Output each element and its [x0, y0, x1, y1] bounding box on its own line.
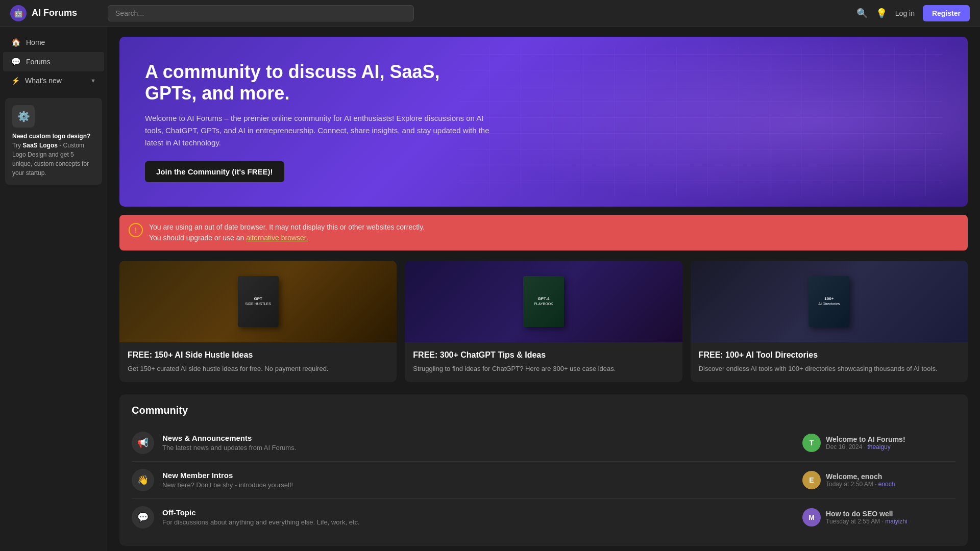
promo-card-1-title: FREE: 150+ AI Side Hustle Ideas [128, 350, 388, 360]
forum-latest-1: E Welcome, enoch Today at 2:50 AM · enoc… [802, 471, 955, 489]
alternative-browser-link[interactable]: alternative browser. [246, 234, 308, 242]
search-icon-button[interactable]: 🔍 [856, 8, 868, 19]
forum-latest-0: T Welcome to AI Forums! Dec 16, 2024 · t… [802, 434, 955, 452]
latest-post-title-1[interactable]: Welcome, enoch [826, 472, 895, 481]
alert-banner: ! You are using an out of date browser. … [119, 215, 968, 251]
forum-name-1: New Member Intros [162, 471, 794, 480]
latest-post-author-0[interactable]: theaiguy [867, 443, 890, 450]
chevron-down-icon: ▼ [90, 78, 96, 84]
book-mockup-1: GPTSIDE HUSTLES [238, 276, 279, 327]
promo-card-3[interactable]: 100+AI Directories FREE: 100+ AI Tool Di… [691, 261, 968, 382]
site-title: AI Forums [32, 8, 77, 18]
forum-info-1: New Member Intros New here? Don't be shy… [162, 471, 794, 489]
sidebar-ad[interactable]: ⚙️ Need custom logo design? Try SaaS Log… [5, 98, 102, 185]
forum-row-2[interactable]: 💬 Off-Topic For discussions about anythi… [132, 499, 955, 536]
main-layout: 🏠 Home 💬 Forums ⚡ What's new ▼ ⚙️ Need c… [0, 27, 980, 551]
register-button[interactable]: Register [923, 5, 970, 21]
main-content: A community to discuss AI, SaaS, GPTs, a… [107, 27, 980, 551]
sidebar-home-label: Home [26, 38, 45, 46]
promo-card-1-body: FREE: 150+ AI Side Hustle Ideas Get 150+… [119, 342, 397, 382]
hero-banner: A community to discuss AI, SaaS, GPTs, a… [119, 37, 968, 207]
promo-card-1-image: GPTSIDE HUSTLES [119, 261, 397, 342]
forum-icon-1: 👋 [132, 469, 154, 491]
latest-post-meta-1: Today at 2:50 AM · enoch [826, 481, 895, 488]
sidebar-ad-link[interactable]: SaaS Logos [22, 142, 58, 149]
promo-card-3-body: FREE: 100+ AI Tool Directories Discover … [691, 342, 968, 382]
book-mockup-3: 100+AI Directories [808, 276, 849, 327]
forum-icon-2: 💬 [132, 506, 154, 529]
latest-avatar-1: E [802, 471, 821, 489]
latest-avatar-2: M [802, 508, 821, 527]
latest-info-1: Welcome, enoch Today at 2:50 AM · enoch [826, 472, 895, 488]
promo-card-1[interactable]: GPTSIDE HUSTLES FREE: 150+ AI Side Hustl… [119, 261, 397, 382]
community-title: Community [132, 405, 955, 416]
forum-icon-0: 📢 [132, 432, 154, 454]
sidebar-whats-new-label: What's new [25, 77, 62, 85]
logo-area[interactable]: 🤖 AI Forums [10, 5, 77, 21]
search-bar[interactable] [108, 5, 414, 21]
latest-avatar-0: T [802, 434, 821, 452]
alert-text: You are using an out of date browser. It… [149, 222, 425, 243]
latest-post-author-2[interactable]: maiyizhi [885, 518, 907, 525]
promo-grid: GPTSIDE HUSTLES FREE: 150+ AI Side Hustl… [119, 261, 968, 382]
sidebar-ad-icon: ⚙️ [12, 105, 35, 128]
forum-row-1[interactable]: 👋 New Member Intros New here? Don't be s… [132, 462, 955, 499]
promo-card-2-desc: Struggling to find ideas for ChatGPT? He… [413, 364, 674, 374]
promo-card-2-title: FREE: 300+ ChatGPT Tips & Ideas [413, 350, 674, 360]
promo-card-3-image: 100+AI Directories [691, 261, 968, 342]
forum-info-2: Off-Topic For discussions about anything… [162, 508, 794, 526]
alert-message: You are using an out of date browser. It… [149, 223, 425, 242]
latest-post-author-1[interactable]: enoch [878, 481, 895, 488]
sidebar: 🏠 Home 💬 Forums ⚡ What's new ▼ ⚙️ Need c… [0, 27, 107, 551]
forum-rows: 📢 News & Announcements The latest news a… [132, 424, 955, 536]
promo-card-3-desc: Discover endless AI tools with 100+ dire… [699, 364, 960, 374]
logo-icon: 🤖 [10, 5, 27, 21]
latest-post-title-2[interactable]: How to do SEO well [826, 510, 908, 518]
header-right: 🔍 💡 Log in Register [856, 5, 970, 21]
sidebar-item-home[interactable]: 🏠 Home [3, 33, 104, 52]
search-input[interactable] [108, 5, 414, 21]
sidebar-item-whats-new[interactable]: ⚡ What's new ▼ [3, 71, 104, 90]
latest-post-meta-0: Dec 16, 2024 · theaiguy [826, 443, 905, 450]
hero-cta-button[interactable]: Join the Community (it's FREE)! [145, 161, 284, 182]
header: 🤖 AI Forums 🔍 💡 Log in Register [0, 0, 980, 27]
lightbulb-icon[interactable]: 💡 [876, 8, 887, 19]
hero-title: A community to discuss AI, SaaS, GPTs, a… [145, 61, 451, 104]
whats-new-left: ⚡ What's new [11, 77, 62, 85]
forum-desc-0: The latest news and updates from AI Foru… [162, 444, 794, 452]
whats-new-icon: ⚡ [11, 77, 20, 85]
promo-card-2[interactable]: GPT-4PLAYBOOK FREE: 300+ ChatGPT Tips & … [405, 261, 682, 382]
latest-post-meta-2: Tuesday at 2:55 AM · maiyizhi [826, 518, 908, 525]
promo-card-1-desc: Get 150+ curated AI side hustle ideas fo… [128, 364, 388, 374]
community-section: Community 📢 News & Announcements The lat… [119, 394, 968, 546]
promo-card-2-body: FREE: 300+ ChatGPT Tips & Ideas Struggli… [405, 342, 682, 382]
book-mockup-2: GPT-4PLAYBOOK [523, 276, 564, 327]
promo-card-2-image: GPT-4PLAYBOOK [405, 261, 682, 342]
home-icon: 🏠 [11, 38, 21, 47]
login-button[interactable]: Log in [895, 9, 915, 17]
warning-icon: ! [129, 223, 143, 237]
latest-post-title-0[interactable]: Welcome to AI Forums! [826, 435, 905, 443]
sidebar-ad-text: Need custom logo design? Try SaaS Logos … [12, 132, 95, 178]
forum-name-2: Off-Topic [162, 508, 794, 517]
forum-info-0: News & Announcements The latest news and… [162, 434, 794, 452]
sidebar-forums-label: Forums [26, 58, 50, 66]
sidebar-ad-headline: Need custom logo design? [12, 133, 90, 140]
latest-info-2: How to do SEO well Tuesday at 2:55 AM · … [826, 510, 908, 525]
forum-desc-1: New here? Don't be shy - introduce yours… [162, 481, 794, 489]
sidebar-item-forums[interactable]: 💬 Forums [3, 52, 104, 71]
hero-description: Welcome to AI Forums – the premier onlin… [145, 112, 502, 149]
forum-desc-2: For discussions about anything and every… [162, 518, 794, 526]
forum-latest-2: M How to do SEO well Tuesday at 2:55 AM … [802, 508, 955, 527]
forums-icon: 💬 [11, 57, 21, 66]
forum-row-0[interactable]: 📢 News & Announcements The latest news a… [132, 424, 955, 462]
promo-card-3-title: FREE: 100+ AI Tool Directories [699, 350, 960, 360]
latest-info-0: Welcome to AI Forums! Dec 16, 2024 · the… [826, 435, 905, 450]
forum-name-0: News & Announcements [162, 434, 794, 442]
